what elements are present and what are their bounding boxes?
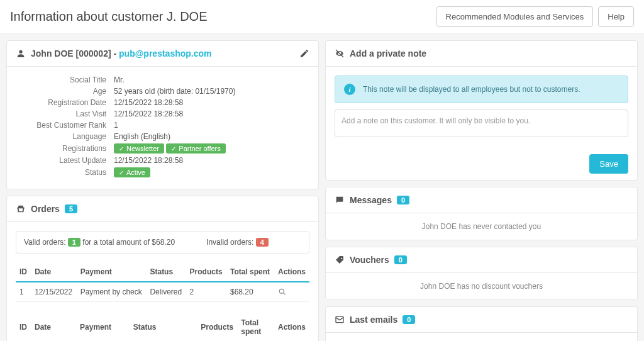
emails-panel: Last emails 0 No records found xyxy=(325,306,638,341)
invalid-orders-table: ID Date Payment Status Products Total sp… xyxy=(16,313,309,341)
newsletter-badge: ✓Newsletter xyxy=(114,143,164,154)
customer-email-link[interactable]: pub@prestashop.com xyxy=(119,48,211,59)
person-icon xyxy=(16,48,26,59)
header-actions: Recommended Modules and Services Help xyxy=(436,6,634,27)
note-info-alert: i This note will be displayed to all emp… xyxy=(335,75,628,103)
vouchers-empty: John DOE has no discount vouchers xyxy=(326,273,637,299)
partner-offers-badge: ✓Partner offers xyxy=(166,143,225,154)
right-column: Add a private note i This note will be d… xyxy=(325,40,638,341)
mail-icon xyxy=(335,315,345,325)
info-icon: i xyxy=(344,84,355,95)
customer-info-body: Social TitleMr. Age52 years old (birth d… xyxy=(7,67,318,189)
svg-point-1 xyxy=(279,289,284,293)
help-button[interactable]: Help xyxy=(598,6,634,27)
tag-icon xyxy=(335,255,345,265)
messages-empty: John DOE has never contacted you xyxy=(326,213,637,240)
customer-info-header: John DOE [000002] - pub@prestashop.com xyxy=(7,41,318,67)
vouchers-panel: Vouchers 0 John DOE has no discount vouc… xyxy=(325,247,638,300)
orders-summary: Valid orders: 1 for a total amount of $6… xyxy=(16,231,309,254)
valid-orders-table: ID Date Payment Status Products Total sp… xyxy=(16,262,309,302)
valid-orders-summary: Valid orders: 1 for a total amount of $6… xyxy=(24,238,175,247)
edit-icon[interactable] xyxy=(299,48,309,59)
customer-name: John DOE [000002] xyxy=(31,48,111,59)
vouchers-count-badge: 0 xyxy=(394,255,407,264)
save-note-button[interactable]: Save xyxy=(589,154,628,174)
private-note-panel: Add a private note i This note will be d… xyxy=(325,40,638,181)
private-note-header: Add a private note xyxy=(326,41,637,67)
page-header: Information about customer J. DOE Recomm… xyxy=(0,0,644,34)
emails-empty: No records found xyxy=(326,333,637,341)
view-order-icon[interactable] xyxy=(278,288,306,296)
status-badge: ✓Active xyxy=(114,167,150,177)
messages-panel: Messages 0 John DOE has never contacted … xyxy=(325,187,638,240)
customer-info-panel: John DOE [000002] - pub@prestashop.com S… xyxy=(6,40,319,189)
svg-point-0 xyxy=(19,50,22,53)
messages-count-badge: 0 xyxy=(397,196,409,204)
private-note-textarea[interactable] xyxy=(335,109,628,137)
emails-count-badge: 0 xyxy=(402,315,415,324)
message-icon xyxy=(335,195,345,205)
left-column: John DOE [000002] - pub@prestashop.com S… xyxy=(6,40,319,341)
page-title: Information about customer J. DOE xyxy=(10,9,207,24)
orders-panel: Orders 5 Valid orders: 1 for a total amo… xyxy=(6,196,319,341)
main-layout: John DOE [000002] - pub@prestashop.com S… xyxy=(0,34,644,341)
table-row: 112/15/2022Payment by checkDelivered2$68… xyxy=(16,282,309,302)
visibility-off-icon xyxy=(335,48,345,59)
recommended-modules-button[interactable]: Recommended Modules and Services xyxy=(436,6,594,27)
orders-count-badge: 5 xyxy=(65,204,77,213)
orders-header: Orders 5 xyxy=(7,196,318,222)
basket-icon xyxy=(16,204,26,214)
invalid-orders-summary: Invalid orders: 4 xyxy=(206,238,269,247)
